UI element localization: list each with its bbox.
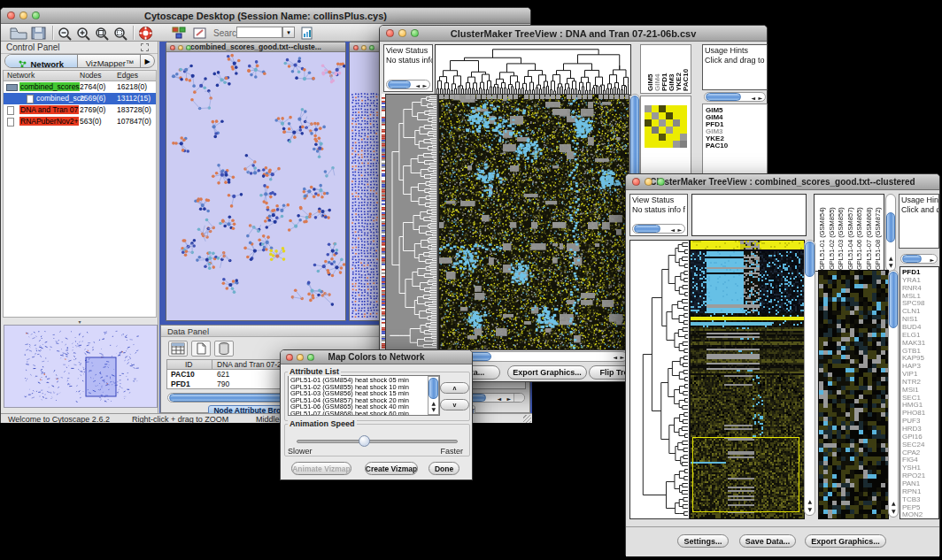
- done-button[interactable]: Done: [429, 462, 459, 475]
- close-icon[interactable]: [632, 178, 640, 186]
- gene-label[interactable]: NTR2: [902, 378, 921, 386]
- column-label[interactable]: GPL51-07 (GSM868): [865, 207, 873, 270]
- network-view-canvas[interactable]: [166, 52, 345, 320]
- gene-label[interactable]: CPA2: [902, 449, 920, 456]
- gene-label[interactable]: MAK31: [902, 339, 925, 347]
- gene-label[interactable]: HMG1: [902, 401, 923, 409]
- gene-label[interactable]: ELG1: [902, 331, 920, 339]
- gene-label[interactable]: GPI16: [902, 433, 923, 441]
- close-icon[interactable]: [386, 29, 394, 37]
- gene-label[interactable]: HRD3: [902, 425, 922, 433]
- heatmap-canvas[interactable]: [438, 94, 629, 350]
- move-up-button[interactable]: ʌ: [440, 382, 469, 394]
- usage-hints-hscrollbar[interactable]: ◄►: [704, 92, 766, 102]
- create-vizmap-button[interactable]: Create Vizmap: [365, 462, 418, 475]
- settings-button[interactable]: Settings...: [677, 534, 729, 548]
- tab-overflow-arrow[interactable]: ▶: [140, 55, 154, 67]
- close-icon[interactable]: [353, 45, 359, 50]
- network-table-row[interactable]: combined_sco2569(6)13112(15): [4, 93, 156, 104]
- row-dendrogram[interactable]: [385, 94, 438, 350]
- zoom-icon[interactable]: [657, 178, 665, 186]
- usage-hints-hscrollbar[interactable]: ►: [900, 254, 938, 264]
- close-icon[interactable]: [286, 354, 293, 361]
- gene-label[interactable]: PEP5: [902, 503, 920, 511]
- gene-label[interactable]: YSH1: [902, 464, 921, 472]
- gene-label[interactable]: NIS1: [902, 315, 918, 323]
- gene-label[interactable]: SEC1: [902, 394, 921, 402]
- search-input[interactable]: [236, 27, 282, 38]
- attribute-list-vscrollbar[interactable]: ▲▼: [428, 376, 439, 415]
- column-labels-vscrollbar[interactable]: ▲▼: [885, 194, 896, 272]
- dialog-titlebar[interactable]: Map Colors to Network: [281, 350, 472, 364]
- network-table-row[interactable]: combined_scores2764(0)16218(0): [4, 81, 156, 93]
- minimize-icon[interactable]: [19, 12, 27, 19]
- gene-label[interactable]: PUF3: [902, 417, 920, 425]
- gene-label[interactable]: CLN1: [902, 307, 920, 315]
- attribute-list[interactable]: GPL51-01 (GSM854) heat shock 05 minGPL51…: [288, 375, 440, 416]
- column-label[interactable]: GPL51-01 (GSM854): [818, 207, 826, 270]
- global-heatmap-thumbnail[interactable]: [645, 105, 687, 148]
- column-label[interactable]: GPL51-03 (GSM856): [837, 207, 845, 270]
- table-mode-icon[interactable]: [168, 341, 188, 357]
- gene-label[interactable]: RPO21: [902, 472, 925, 479]
- gene-label[interactable]: FIG4: [902, 456, 918, 464]
- zoom-icon[interactable]: [307, 354, 314, 361]
- network-table-row[interactable]: DNA and Tran 072769(0)183728(0): [4, 104, 156, 116]
- network-overview-thumbnail[interactable]: [4, 325, 158, 408]
- view-status-hscrollbar[interactable]: ◄►: [386, 80, 430, 89]
- resize-grip[interactable]: [523, 415, 531, 423]
- global-overview-canvas[interactable]: [818, 270, 889, 519]
- zoom-icon[interactable]: [369, 45, 374, 50]
- gene-label[interactable]: MSI1: [902, 386, 919, 394]
- heatmap-canvas[interactable]: [690, 240, 805, 519]
- gene-label[interactable]: PHO81: [902, 409, 925, 417]
- close-icon[interactable]: [170, 45, 175, 50]
- network-view-canvas-2[interactable]: [350, 52, 381, 320]
- minimize-icon[interactable]: [178, 45, 183, 50]
- gene-label[interactable]: SEC24: [902, 441, 924, 449]
- main-titlebar[interactable]: Cytoscape Desktop (Session Name: collins…: [1, 8, 530, 24]
- tab-vizmapper[interactable]: VizMapper™: [78, 55, 142, 67]
- column-dendrogram[interactable]: [435, 44, 631, 96]
- column-label[interactable]: GPL51-06 (GSM865): [855, 207, 863, 270]
- animate-vizmap-button[interactable]: Animate Vizmap: [291, 462, 351, 475]
- treeview2-titlebar[interactable]: ClusterMaker TreeView : combined_scores_…: [626, 174, 939, 190]
- save-data-button[interactable]: Save Data...: [739, 534, 796, 548]
- gene-label[interactable]: SPC98: [902, 299, 924, 307]
- gene-label[interactable]: PAN1: [902, 479, 920, 487]
- column-label[interactable]: GPL51-08 (GSM872): [874, 207, 882, 270]
- tab-network[interactable]: Network: [5, 55, 78, 67]
- gene-label[interactable]: MSL1: [902, 292, 921, 300]
- speed-slider[interactable]: [297, 440, 458, 443]
- zoom-icon[interactable]: [186, 45, 191, 50]
- export-graphics-button[interactable]: Export Graphics...: [507, 365, 587, 380]
- row-label[interactable]: PAC10: [706, 142, 728, 150]
- search-dropdown-button[interactable]: ▾: [282, 27, 295, 38]
- network-table-row[interactable]: RNAPuberNov2+563(0)107847(0): [4, 116, 156, 127]
- view-status-hscrollbar[interactable]: ◄►: [632, 224, 685, 234]
- new-attribute-icon[interactable]: [191, 341, 211, 357]
- overview-vscrollbar[interactable]: ▲▼: [888, 270, 899, 518]
- zoom-icon[interactable]: [411, 29, 419, 37]
- slider-thumb[interactable]: [359, 435, 370, 447]
- minimize-icon[interactable]: [297, 354, 304, 361]
- gene-label[interactable]: PFD1: [902, 268, 920, 276]
- gene-label[interactable]: VIP1: [902, 370, 917, 378]
- treeview1-titlebar[interactable]: ClusterMaker TreeView : DNA and Tran 07-…: [380, 26, 767, 42]
- gene-label[interactable]: GTB1: [902, 347, 921, 355]
- float-panel-icon[interactable]: [141, 43, 149, 51]
- delete-attribute-icon[interactable]: [214, 341, 234, 357]
- minimize-icon[interactable]: [398, 29, 406, 37]
- panel-split-handle[interactable]: ▾: [58, 318, 102, 323]
- column-dendrogram-panel[interactable]: [691, 194, 807, 236]
- column-label[interactable]: GPL51-04 (GSM857): [846, 207, 854, 270]
- close-icon[interactable]: [7, 12, 15, 19]
- minimize-icon[interactable]: [361, 45, 367, 50]
- gene-label[interactable]: YRA1: [902, 276, 921, 284]
- move-down-button[interactable]: v: [440, 399, 469, 410]
- row-dendrogram[interactable]: [629, 240, 690, 519]
- zoom-icon[interactable]: [32, 12, 40, 19]
- heatmap-vscrollbar[interactable]: ▲▼: [804, 240, 815, 516]
- column-label[interactable]: GPL51-02 (GSM855): [828, 207, 836, 270]
- gene-label[interactable]: KAP95: [902, 354, 924, 362]
